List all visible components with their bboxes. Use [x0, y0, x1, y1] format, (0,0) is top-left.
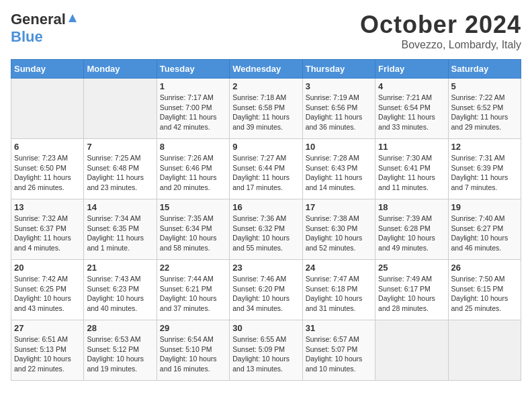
svg-marker-0: [69, 14, 77, 22]
calendar-cell: 15Sunrise: 7:35 AM Sunset: 6:34 PM Dayli…: [157, 199, 229, 260]
calendar-cell: 19Sunrise: 7:40 AM Sunset: 6:27 PM Dayli…: [448, 199, 521, 260]
day-number: 16: [232, 202, 299, 212]
day-info: Sunrise: 6:55 AM Sunset: 5:09 PM Dayligh…: [232, 334, 299, 374]
day-number: 15: [160, 202, 226, 212]
day-number: 22: [160, 263, 226, 273]
calendar-cell: 25Sunrise: 7:49 AM Sunset: 6:17 PM Dayli…: [375, 260, 448, 320]
logo: General Blue: [11, 11, 78, 46]
header-cell-saturday: Saturday: [448, 60, 521, 79]
day-info: Sunrise: 7:40 AM Sunset: 6:27 PM Dayligh…: [451, 214, 518, 253]
day-number: 31: [306, 323, 372, 333]
calendar-body: 1Sunrise: 7:17 AM Sunset: 7:00 PM Daylig…: [11, 79, 521, 381]
calendar-week-1: 1Sunrise: 7:17 AM Sunset: 7:00 PM Daylig…: [11, 79, 521, 139]
day-number: 4: [378, 81, 445, 91]
logo-triangle-icon: [67, 13, 78, 26]
calendar-cell: 7Sunrise: 7:25 AM Sunset: 6:48 PM Daylig…: [84, 139, 157, 199]
calendar-week-2: 6Sunrise: 7:23 AM Sunset: 6:50 PM Daylig…: [11, 139, 521, 199]
calendar-cell: 18Sunrise: 7:39 AM Sunset: 6:28 PM Dayli…: [375, 199, 448, 260]
day-info: Sunrise: 7:38 AM Sunset: 6:30 PM Dayligh…: [306, 214, 372, 253]
calendar-cell: [375, 320, 448, 381]
calendar-cell: [11, 79, 84, 139]
day-number: 6: [14, 142, 81, 152]
calendar-cell: 13Sunrise: 7:32 AM Sunset: 6:37 PM Dayli…: [11, 199, 84, 260]
calendar-cell: 9Sunrise: 7:27 AM Sunset: 6:44 PM Daylig…: [230, 139, 302, 199]
day-number: 17: [306, 202, 372, 212]
day-info: Sunrise: 7:27 AM Sunset: 6:44 PM Dayligh…: [232, 153, 299, 193]
calendar-cell: 31Sunrise: 6:57 AM Sunset: 5:07 PM Dayli…: [302, 320, 375, 381]
calendar-cell: 4Sunrise: 7:21 AM Sunset: 6:54 PM Daylig…: [375, 79, 448, 139]
header-cell-monday: Monday: [84, 60, 157, 79]
header-cell-friday: Friday: [375, 60, 448, 79]
day-info: Sunrise: 7:50 AM Sunset: 6:15 PM Dayligh…: [451, 274, 518, 314]
day-info: Sunrise: 6:54 AM Sunset: 5:10 PM Dayligh…: [160, 334, 226, 374]
day-number: 28: [87, 323, 153, 333]
logo-blue: Blue: [11, 28, 43, 45]
day-info: Sunrise: 7:32 AM Sunset: 6:37 PM Dayligh…: [14, 214, 81, 253]
calendar-cell: 30Sunrise: 6:55 AM Sunset: 5:09 PM Dayli…: [230, 320, 302, 381]
day-number: 14: [87, 202, 153, 212]
calendar-cell: 10Sunrise: 7:28 AM Sunset: 6:43 PM Dayli…: [302, 139, 375, 199]
day-number: 12: [451, 142, 518, 152]
day-info: Sunrise: 7:44 AM Sunset: 6:21 PM Dayligh…: [160, 274, 226, 314]
calendar-cell: 17Sunrise: 7:38 AM Sunset: 6:30 PM Dayli…: [302, 199, 375, 260]
calendar-cell: 12Sunrise: 7:31 AM Sunset: 6:39 PM Dayli…: [448, 139, 521, 199]
day-number: 13: [14, 202, 81, 212]
day-number: 19: [451, 202, 518, 212]
day-number: 30: [232, 323, 299, 333]
calendar-cell: 29Sunrise: 6:54 AM Sunset: 5:10 PM Dayli…: [157, 320, 229, 381]
calendar-cell: 22Sunrise: 7:44 AM Sunset: 6:21 PM Dayli…: [157, 260, 229, 320]
page-header: General Blue October 2024 Bovezzo, Lomba…: [11, 11, 521, 51]
day-info: Sunrise: 7:25 AM Sunset: 6:48 PM Dayligh…: [87, 153, 153, 193]
day-info: Sunrise: 7:34 AM Sunset: 6:35 PM Dayligh…: [87, 214, 153, 253]
day-number: 5: [451, 81, 518, 91]
location-title: Bovezzo, Lombardy, Italy: [360, 39, 521, 51]
calendar-cell: 16Sunrise: 7:36 AM Sunset: 6:32 PM Dayli…: [230, 199, 302, 260]
calendar-week-3: 13Sunrise: 7:32 AM Sunset: 6:37 PM Dayli…: [11, 199, 521, 260]
day-info: Sunrise: 7:47 AM Sunset: 6:18 PM Dayligh…: [306, 274, 372, 314]
day-info: Sunrise: 6:53 AM Sunset: 5:12 PM Dayligh…: [87, 334, 153, 374]
calendar-cell: 8Sunrise: 7:26 AM Sunset: 6:46 PM Daylig…: [157, 139, 229, 199]
calendar-cell: [448, 320, 521, 381]
calendar-cell: 2Sunrise: 7:18 AM Sunset: 6:58 PM Daylig…: [230, 79, 302, 139]
calendar-cell: 1Sunrise: 7:17 AM Sunset: 7:00 PM Daylig…: [157, 79, 229, 139]
calendar-cell: 27Sunrise: 6:51 AM Sunset: 5:13 PM Dayli…: [11, 320, 84, 381]
day-number: 7: [87, 142, 153, 152]
calendar-cell: 11Sunrise: 7:30 AM Sunset: 6:41 PM Dayli…: [375, 139, 448, 199]
day-info: Sunrise: 7:18 AM Sunset: 6:58 PM Dayligh…: [232, 93, 299, 132]
day-number: 26: [451, 263, 518, 273]
day-number: 11: [378, 142, 445, 152]
day-info: Sunrise: 7:19 AM Sunset: 6:56 PM Dayligh…: [306, 93, 372, 132]
calendar-week-5: 27Sunrise: 6:51 AM Sunset: 5:13 PM Dayli…: [11, 320, 521, 381]
day-info: Sunrise: 7:22 AM Sunset: 6:52 PM Dayligh…: [451, 93, 518, 132]
calendar-cell: 6Sunrise: 7:23 AM Sunset: 6:50 PM Daylig…: [11, 139, 84, 199]
day-info: Sunrise: 7:36 AM Sunset: 6:32 PM Dayligh…: [232, 214, 299, 253]
day-number: 1: [160, 81, 226, 91]
day-info: Sunrise: 7:46 AM Sunset: 6:20 PM Dayligh…: [232, 274, 299, 314]
day-number: 20: [14, 263, 81, 273]
day-number: 2: [232, 81, 299, 91]
day-info: Sunrise: 7:30 AM Sunset: 6:41 PM Dayligh…: [378, 153, 445, 193]
calendar-cell: 26Sunrise: 7:50 AM Sunset: 6:15 PM Dayli…: [448, 260, 521, 320]
day-number: 8: [160, 142, 226, 152]
calendar-cell: 3Sunrise: 7:19 AM Sunset: 6:56 PM Daylig…: [302, 79, 375, 139]
day-info: Sunrise: 6:57 AM Sunset: 5:07 PM Dayligh…: [306, 334, 372, 374]
day-info: Sunrise: 7:39 AM Sunset: 6:28 PM Dayligh…: [378, 214, 445, 253]
logo-general: General: [11, 11, 66, 28]
calendar-week-4: 20Sunrise: 7:42 AM Sunset: 6:25 PM Dayli…: [11, 260, 521, 320]
calendar-cell: 14Sunrise: 7:34 AM Sunset: 6:35 PM Dayli…: [84, 199, 157, 260]
calendar-header-row: SundayMondayTuesdayWednesdayThursdayFrid…: [11, 60, 521, 79]
calendar-cell: [84, 79, 157, 139]
title-area: October 2024 Bovezzo, Lombardy, Italy: [360, 11, 521, 51]
header-cell-tuesday: Tuesday: [157, 60, 229, 79]
day-info: Sunrise: 7:43 AM Sunset: 6:23 PM Dayligh…: [87, 274, 153, 314]
calendar-cell: 24Sunrise: 7:47 AM Sunset: 6:18 PM Dayli…: [302, 260, 375, 320]
day-info: Sunrise: 7:21 AM Sunset: 6:54 PM Dayligh…: [378, 93, 445, 132]
day-number: 10: [306, 142, 372, 152]
day-info: Sunrise: 7:49 AM Sunset: 6:17 PM Dayligh…: [378, 274, 445, 314]
day-number: 27: [14, 323, 81, 333]
day-number: 29: [160, 323, 226, 333]
day-number: 21: [87, 263, 153, 273]
day-number: 25: [378, 263, 445, 273]
day-number: 18: [378, 202, 445, 212]
calendar-cell: 20Sunrise: 7:42 AM Sunset: 6:25 PM Dayli…: [11, 260, 84, 320]
